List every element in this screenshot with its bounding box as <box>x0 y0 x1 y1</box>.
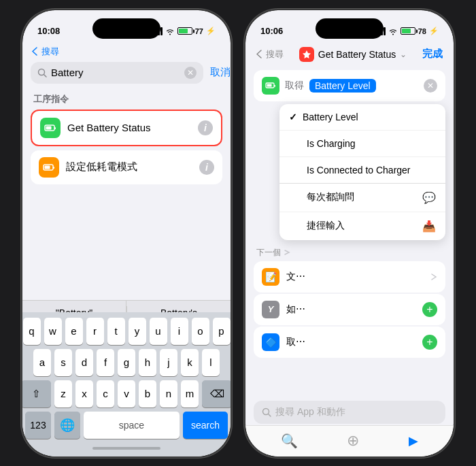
key-k[interactable]: k <box>181 349 199 376</box>
key-j[interactable]: j <box>160 349 177 376</box>
back-nav-left[interactable]: 搜尋 <box>22 46 231 62</box>
key-num[interactable]: 123 <box>25 412 51 439</box>
action-list-item-2[interactable]: 🔷 取⋯ + <box>254 327 445 358</box>
key-x[interactable]: x <box>75 380 93 407</box>
action-close-button[interactable]: ✕ <box>424 79 437 93</box>
dropdown-label-1: Is Charging <box>307 138 356 149</box>
status-icons-left: 77 ⚡ <box>152 27 216 35</box>
svg-rect-3 <box>46 126 52 129</box>
key-n[interactable]: n <box>160 380 177 407</box>
keyboard-row-3: ⇧ z x c v b n m ⌫ <box>25 380 228 407</box>
time-left: 10:08 <box>37 26 60 36</box>
action-header: 取得 Battery Level ✕ <box>262 77 437 95</box>
bottom-search[interactable]: 搜尋 App 和動作 <box>254 401 445 424</box>
action-list-label-2: 取⋯ <box>286 336 415 348</box>
svg-rect-7 <box>53 167 54 169</box>
key-i[interactable]: i <box>171 318 188 345</box>
svg-rect-9 <box>267 84 272 86</box>
shortcuts-icon <box>302 50 311 59</box>
battery-shortcut-icon <box>44 122 56 134</box>
shortcut-icon-1 <box>39 157 59 178</box>
key-shift[interactable]: ⇧ <box>22 380 51 407</box>
back-chevron-right <box>256 50 262 59</box>
action-list-right-1: + <box>422 302 437 317</box>
keyboard-row-2: a s d f g h j k l <box>25 349 228 376</box>
cancel-button[interactable]: 取消 <box>209 66 231 79</box>
bottom-search-icon <box>262 407 271 417</box>
dropdown-item-4[interactable]: 捷徑輸入 📥 <box>279 212 445 240</box>
bottom-nav: 🔍 ⊕ ▶ <box>245 425 454 456</box>
shortcut-item-0[interactable]: Get Battery Status i <box>31 110 222 146</box>
plus-button-1[interactable]: + <box>422 302 437 317</box>
search-bar: ✕ 取消 <box>31 62 222 84</box>
action-list-icon-1: Y <box>262 301 279 318</box>
info-button-0[interactable]: i <box>198 120 213 135</box>
key-q[interactable]: q <box>23 318 41 345</box>
action-list-icon-2: 🔷 <box>262 333 279 351</box>
wifi-icon <box>165 27 175 35</box>
key-d[interactable]: d <box>75 349 93 376</box>
key-p[interactable]: p <box>213 318 231 345</box>
check-mark-icon: ✓ <box>289 112 297 122</box>
next-chevron-icon <box>284 249 290 256</box>
action-list-item-0[interactable]: 📝 文⋯ <box>254 261 445 293</box>
key-b[interactable]: b <box>139 380 156 407</box>
action-list-item-1[interactable]: Y 如⋯ + <box>254 294 445 325</box>
key-l[interactable]: l <box>202 349 220 376</box>
dropdown-item-1[interactable]: Is Charging <box>279 131 445 157</box>
plus-button-2[interactable]: + <box>422 335 437 350</box>
key-o[interactable]: o <box>192 318 209 345</box>
dropdown-item-2[interactable]: Is Connected to Charger <box>279 157 445 184</box>
key-m[interactable]: m <box>181 380 199 407</box>
key-delete[interactable]: ⌫ <box>202 380 231 407</box>
app-title-row: Get Battery Status ⌄ <box>299 47 407 62</box>
nav-search[interactable]: 🔍 <box>281 433 298 449</box>
search-key[interactable]: search <box>183 412 228 439</box>
action-list-right-2: + <box>422 335 437 350</box>
key-globe[interactable]: 🌐 <box>54 412 80 439</box>
shortcut-item-1[interactable]: 設定低耗電模式 i <box>31 150 222 184</box>
app-icon-small <box>299 47 314 62</box>
key-c[interactable]: c <box>97 380 114 407</box>
action-list-label-1: 如⋯ <box>286 303 415 316</box>
action-list-right-0 <box>430 271 437 282</box>
key-v[interactable]: v <box>118 380 135 407</box>
key-w[interactable]: w <box>44 318 62 345</box>
key-space[interactable]: space <box>84 412 180 439</box>
key-y[interactable]: y <box>129 318 146 345</box>
app-title: Get Battery Status <box>318 49 396 60</box>
dropdown-label-4: 捷徑輸入 <box>307 220 345 232</box>
time-right: 10:06 <box>260 26 283 36</box>
action-list-icon-0: 📝 <box>262 268 279 286</box>
battery-icon-right <box>401 27 415 35</box>
key-s[interactable]: s <box>54 349 72 376</box>
key-a[interactable]: a <box>33 349 51 376</box>
key-r[interactable]: r <box>86 318 104 345</box>
done-button[interactable]: 完成 <box>422 48 443 61</box>
nav-add[interactable]: ⊕ <box>347 432 359 450</box>
action-value[interactable]: Battery Level <box>309 79 376 93</box>
key-z[interactable]: z <box>54 380 72 407</box>
back-nav-right[interactable]: 搜尋 <box>256 48 284 61</box>
key-g[interactable]: g <box>118 349 135 376</box>
next-action-row: 下一個 <box>245 240 454 260</box>
search-input-wrap[interactable]: ✕ <box>31 62 203 84</box>
search-input[interactable] <box>51 67 180 78</box>
dropdown-item-3[interactable]: 每次都詢問 💬 <box>279 184 445 212</box>
search-icon <box>37 68 47 78</box>
nav-play[interactable]: ▶ <box>409 433 418 448</box>
clear-button[interactable]: ✕ <box>184 67 197 79</box>
chat-icon: 💬 <box>422 191 436 204</box>
keyboard-row-1: q w e r t y u i o p <box>25 318 228 345</box>
key-t[interactable]: t <box>107 318 125 345</box>
right-phone: 10:06 78 ⚡ <box>244 9 455 458</box>
info-button-1[interactable]: i <box>199 160 214 175</box>
key-h[interactable]: h <box>139 349 156 376</box>
keyboard: q w e r t y u i o p a s d f g h j k <box>22 312 231 456</box>
dropdown-item-0[interactable]: ✓ Battery Level <box>279 104 445 131</box>
key-e[interactable]: e <box>65 318 83 345</box>
key-u[interactable]: u <box>150 318 167 345</box>
input-icon: 📥 <box>422 220 436 233</box>
title-chevron-icon[interactable]: ⌄ <box>400 50 407 59</box>
key-f[interactable]: f <box>97 349 114 376</box>
